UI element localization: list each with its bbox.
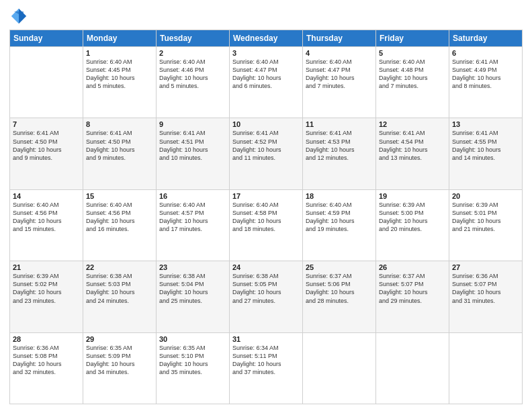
calendar-cell: 21Sunrise: 6:39 AM Sunset: 5:02 PM Dayli… [10, 261, 83, 332]
day-info: Sunrise: 6:35 AM Sunset: 5:09 PM Dayligh… [86, 344, 153, 377]
day-info: Sunrise: 6:40 AM Sunset: 4:59 PM Dayligh… [306, 201, 373, 234]
day-number: 15 [86, 192, 153, 200]
day-info: Sunrise: 6:41 AM Sunset: 4:50 PM Dayligh… [86, 129, 153, 162]
day-number: 12 [379, 120, 446, 128]
header-row: Sunday Monday Tuesday Wednesday Thursday… [10, 30, 523, 47]
calendar-week-3: 14Sunrise: 6:40 AM Sunset: 4:56 PM Dayli… [10, 189, 523, 261]
col-thursday: Thursday [303, 30, 376, 47]
calendar-cell: 12Sunrise: 6:41 AM Sunset: 4:54 PM Dayli… [376, 118, 449, 189]
svg-marker-1 [11, 9, 19, 24]
calendar-cell: 15Sunrise: 6:40 AM Sunset: 4:56 PM Dayli… [83, 189, 157, 261]
day-number: 26 [379, 263, 446, 271]
col-friday: Friday [376, 30, 449, 47]
day-number: 14 [13, 192, 80, 200]
day-number: 31 [232, 335, 300, 343]
calendar-cell [303, 332, 376, 404]
calendar-cell: 30Sunrise: 6:35 AM Sunset: 5:10 PM Dayli… [157, 332, 230, 404]
day-info: Sunrise: 6:41 AM Sunset: 4:51 PM Dayligh… [159, 129, 226, 162]
calendar-cell: 10Sunrise: 6:41 AM Sunset: 4:52 PM Dayli… [230, 118, 303, 189]
calendar-cell: 13Sunrise: 6:41 AM Sunset: 4:55 PM Dayli… [449, 118, 523, 189]
calendar-cell: 14Sunrise: 6:40 AM Sunset: 4:56 PM Dayli… [10, 189, 83, 261]
day-number: 3 [232, 49, 300, 57]
logo [9, 7, 31, 26]
day-info: Sunrise: 6:34 AM Sunset: 5:11 PM Dayligh… [232, 344, 300, 377]
day-info: Sunrise: 6:40 AM Sunset: 4:47 PM Dayligh… [306, 58, 373, 91]
calendar-cell [10, 47, 83, 118]
calendar-cell: 22Sunrise: 6:38 AM Sunset: 5:03 PM Dayli… [83, 261, 157, 332]
day-info: Sunrise: 6:40 AM Sunset: 4:56 PM Dayligh… [86, 201, 153, 234]
day-info: Sunrise: 6:38 AM Sunset: 5:05 PM Dayligh… [232, 272, 300, 305]
day-info: Sunrise: 6:40 AM Sunset: 4:58 PM Dayligh… [232, 201, 300, 234]
day-info: Sunrise: 6:41 AM Sunset: 4:55 PM Dayligh… [452, 129, 519, 162]
day-number: 13 [452, 120, 519, 128]
col-tuesday: Tuesday [157, 30, 230, 47]
main-container: Sunday Monday Tuesday Wednesday Thursday… [0, 0, 532, 411]
day-info: Sunrise: 6:35 AM Sunset: 5:10 PM Dayligh… [159, 344, 226, 377]
day-info: Sunrise: 6:37 AM Sunset: 5:06 PM Dayligh… [306, 272, 373, 305]
day-info: Sunrise: 6:41 AM Sunset: 4:50 PM Dayligh… [13, 129, 80, 162]
day-number: 16 [159, 192, 226, 200]
day-number: 29 [86, 335, 153, 343]
calendar-cell: 17Sunrise: 6:40 AM Sunset: 4:58 PM Dayli… [230, 189, 303, 261]
calendar-cell: 3Sunrise: 6:40 AM Sunset: 4:47 PM Daylig… [230, 47, 303, 118]
day-info: Sunrise: 6:38 AM Sunset: 5:03 PM Dayligh… [86, 272, 153, 305]
day-info: Sunrise: 6:36 AM Sunset: 5:08 PM Dayligh… [13, 344, 80, 377]
calendar-cell: 19Sunrise: 6:39 AM Sunset: 5:00 PM Dayli… [376, 189, 449, 261]
day-info: Sunrise: 6:40 AM Sunset: 4:56 PM Dayligh… [13, 201, 80, 234]
calendar-cell [376, 332, 449, 404]
header [9, 7, 523, 26]
calendar-cell: 8Sunrise: 6:41 AM Sunset: 4:50 PM Daylig… [83, 118, 157, 189]
day-number: 4 [306, 49, 373, 57]
day-info: Sunrise: 6:40 AM Sunset: 4:47 PM Dayligh… [232, 58, 300, 91]
day-number: 24 [232, 263, 300, 271]
day-number: 28 [13, 335, 80, 343]
day-number: 7 [13, 120, 80, 128]
calendar-cell: 29Sunrise: 6:35 AM Sunset: 5:09 PM Dayli… [83, 332, 157, 404]
day-info: Sunrise: 6:39 AM Sunset: 5:00 PM Dayligh… [379, 201, 446, 234]
day-number: 27 [452, 263, 519, 271]
day-number: 8 [86, 120, 153, 128]
calendar-cell: 11Sunrise: 6:41 AM Sunset: 4:53 PM Dayli… [303, 118, 376, 189]
calendar-cell: 7Sunrise: 6:41 AM Sunset: 4:50 PM Daylig… [10, 118, 83, 189]
calendar-cell: 23Sunrise: 6:38 AM Sunset: 5:04 PM Dayli… [157, 261, 230, 332]
col-monday: Monday [83, 30, 157, 47]
calendar-cell: 4Sunrise: 6:40 AM Sunset: 4:47 PM Daylig… [303, 47, 376, 118]
day-number: 22 [86, 263, 153, 271]
calendar-cell: 27Sunrise: 6:36 AM Sunset: 5:07 PM Dayli… [449, 261, 523, 332]
day-info: Sunrise: 6:40 AM Sunset: 4:48 PM Dayligh… [379, 58, 446, 91]
day-number: 30 [159, 335, 226, 343]
day-info: Sunrise: 6:41 AM Sunset: 4:49 PM Dayligh… [452, 58, 519, 91]
calendar-cell: 6Sunrise: 6:41 AM Sunset: 4:49 PM Daylig… [449, 47, 523, 118]
calendar-cell: 28Sunrise: 6:36 AM Sunset: 5:08 PM Dayli… [10, 332, 83, 404]
calendar-cell: 1Sunrise: 6:40 AM Sunset: 4:45 PM Daylig… [83, 47, 157, 118]
day-number: 19 [379, 192, 446, 200]
day-number: 25 [306, 263, 373, 271]
col-saturday: Saturday [449, 30, 523, 47]
day-info: Sunrise: 6:38 AM Sunset: 5:04 PM Dayligh… [159, 272, 226, 305]
calendar-cell: 25Sunrise: 6:37 AM Sunset: 5:06 PM Dayli… [303, 261, 376, 332]
day-number: 21 [13, 263, 80, 271]
day-info: Sunrise: 6:39 AM Sunset: 5:01 PM Dayligh… [452, 201, 519, 234]
day-info: Sunrise: 6:40 AM Sunset: 4:46 PM Dayligh… [159, 58, 226, 91]
day-number: 6 [452, 49, 519, 57]
day-number: 10 [232, 120, 300, 128]
logo-icon [9, 7, 28, 26]
day-info: Sunrise: 6:37 AM Sunset: 5:07 PM Dayligh… [379, 272, 446, 305]
day-number: 2 [159, 49, 226, 57]
col-sunday: Sunday [10, 30, 83, 47]
day-number: 18 [306, 192, 373, 200]
calendar-cell: 31Sunrise: 6:34 AM Sunset: 5:11 PM Dayli… [230, 332, 303, 404]
calendar-week-2: 7Sunrise: 6:41 AM Sunset: 4:50 PM Daylig… [10, 118, 523, 189]
day-number: 9 [159, 120, 226, 128]
day-info: Sunrise: 6:39 AM Sunset: 5:02 PM Dayligh… [13, 272, 80, 305]
day-info: Sunrise: 6:41 AM Sunset: 4:54 PM Dayligh… [379, 129, 446, 162]
day-info: Sunrise: 6:40 AM Sunset: 4:45 PM Dayligh… [86, 58, 153, 91]
calendar-cell: 20Sunrise: 6:39 AM Sunset: 5:01 PM Dayli… [449, 189, 523, 261]
calendar-cell: 18Sunrise: 6:40 AM Sunset: 4:59 PM Dayli… [303, 189, 376, 261]
calendar-week-1: 1Sunrise: 6:40 AM Sunset: 4:45 PM Daylig… [10, 47, 523, 118]
calendar-cell: 16Sunrise: 6:40 AM Sunset: 4:57 PM Dayli… [157, 189, 230, 261]
calendar-cell: 24Sunrise: 6:38 AM Sunset: 5:05 PM Dayli… [230, 261, 303, 332]
calendar-cell: 26Sunrise: 6:37 AM Sunset: 5:07 PM Dayli… [376, 261, 449, 332]
day-number: 20 [452, 192, 519, 200]
calendar-cell [449, 332, 523, 404]
